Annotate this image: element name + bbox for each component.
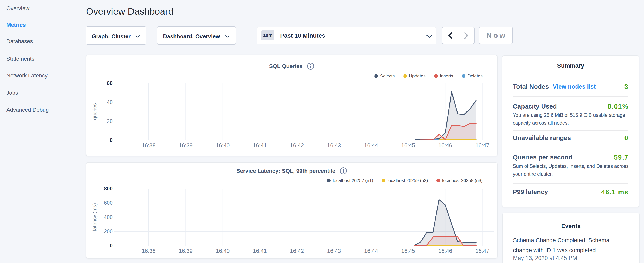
svg-text:16:38: 16:38 — [142, 248, 156, 254]
svg-text:16:43: 16:43 — [327, 142, 341, 149]
svg-text:600: 600 — [104, 200, 113, 206]
svg-text:16:45: 16:45 — [401, 142, 415, 149]
svg-text:60: 60 — [107, 80, 113, 86]
svg-text:16:40: 16:40 — [216, 142, 230, 149]
svg-text:800: 800 — [104, 185, 113, 191]
svg-text:16:39: 16:39 — [179, 248, 193, 254]
svg-text:200: 200 — [104, 228, 113, 234]
svg-text:queries: queries — [92, 103, 98, 120]
svg-text:40: 40 — [107, 99, 113, 105]
svg-text:16:47: 16:47 — [476, 142, 489, 149]
svg-text:16:42: 16:42 — [290, 142, 304, 149]
svg-text:16:42: 16:42 — [290, 248, 304, 254]
svg-text:16:46: 16:46 — [438, 142, 452, 149]
svg-text:400: 400 — [104, 214, 113, 220]
svg-text:16:44: 16:44 — [364, 248, 378, 254]
svg-text:16:39: 16:39 — [179, 142, 193, 149]
svg-text:16:43: 16:43 — [327, 248, 341, 254]
svg-text:16:40: 16:40 — [216, 248, 230, 254]
svg-text:16:47: 16:47 — [476, 248, 489, 254]
svg-text:16:38: 16:38 — [142, 142, 156, 149]
svg-text:0: 0 — [110, 242, 113, 248]
svg-text:16:44: 16:44 — [364, 142, 378, 149]
svg-text:0: 0 — [110, 137, 113, 143]
svg-text:16:41: 16:41 — [253, 142, 267, 149]
svg-text:16:45: 16:45 — [401, 248, 415, 254]
svg-text:20: 20 — [107, 118, 113, 124]
svg-text:latency (ms): latency (ms) — [92, 203, 98, 231]
svg-text:16:41: 16:41 — [253, 248, 267, 254]
svg-text:16:46: 16:46 — [438, 248, 452, 254]
